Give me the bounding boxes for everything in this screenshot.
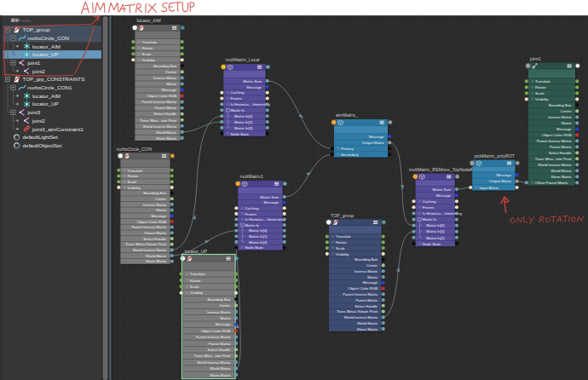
svg-text:World Matrix: World Matrix (551, 169, 572, 173)
svg-text:Xform Matrix: Xform Matrix (156, 136, 177, 141)
svg-text:World Matrix: World Matrix (146, 254, 167, 258)
svg-text:Matrix In: Matrix In (245, 223, 260, 227)
svg-text:Node State: Node State (423, 242, 441, 246)
svg-text:World Inverse Matrix: World Inverse Matrix (197, 360, 231, 365)
svg-text:Center: Center (366, 263, 378, 268)
svg-text:Translate: Translate (535, 79, 551, 83)
svg-text:Parent Matrix: Parent Matrix (355, 298, 378, 302)
svg-text:Rotate: Rotate (142, 46, 153, 50)
svg-text:Object Color RGB: Object Color RGB (542, 133, 572, 137)
svg-text:Message: Message (556, 127, 572, 131)
svg-text:Offset Parent Matrix: Offset Parent Matrix (535, 181, 568, 185)
svg-text:World Inverse Matrix: World Inverse Matrix (538, 163, 572, 167)
svg-text:Visibility: Visibility (336, 252, 349, 256)
svg-text:Matrix In[2]: Matrix In[2] (234, 120, 252, 124)
svg-text:Translate: Translate (142, 40, 158, 44)
svg-text:Center: Center (561, 109, 572, 113)
svg-text:TOP_group: TOP_group (331, 213, 354, 218)
svg-text:Matrix Sum: Matrix Sum (432, 187, 451, 192)
svg-text:Input Matrix: Input Matrix (479, 186, 499, 190)
svg-text:locator_AIM: locator_AIM (137, 18, 161, 23)
svg-text:Scale: Scale (336, 246, 345, 250)
svg-text:multMatrix1: multMatrix1 (240, 174, 263, 179)
svg-text:joint1: joint1 (27, 60, 41, 66)
svg-text:Xform Matrix: Xform Matrix (357, 327, 378, 331)
svg-text:Rotate: Rotate (128, 174, 139, 178)
svg-text:Parent Matrix: Parent Matrix (209, 342, 231, 346)
svg-text:Bounding Box: Bounding Box (143, 191, 167, 195)
svg-text:Visibility: Visibility (142, 58, 156, 62)
svg-text:Message: Message (496, 173, 511, 177)
svg-text:Parent Inverse Matrix: Parent Inverse Matrix (195, 335, 231, 339)
svg-text:Message: Message (162, 88, 177, 92)
svg-text:Message: Message (369, 135, 384, 139)
svg-text:Matrix In: Matrix In (231, 108, 245, 112)
svg-text:Frozen: Frozen (231, 96, 243, 101)
svg-text:Xform Matrix: Xform Matrix (146, 259, 167, 263)
svg-text:Parent Matrix: Parent Matrix (154, 106, 176, 110)
svg-text:Rotate: Rotate (336, 240, 347, 245)
svg-text:nurbsCircle_CON: nurbsCircle_CON (28, 35, 69, 41)
svg-text:Matrix In[0]: Matrix In[0] (426, 223, 444, 227)
svg-text:Bounding Box: Bounding Box (355, 257, 378, 262)
svg-text:joint2: joint2 (32, 118, 45, 124)
svg-text:Inverse Matrix: Inverse Matrix (153, 76, 177, 80)
svg-text:locator_UP: locator_UP (32, 51, 59, 57)
svg-text:Bounding Box: Bounding Box (549, 103, 573, 107)
svg-text:Parent Inverse Matrix: Parent Inverse Matrix (537, 139, 573, 143)
svg-text:aimMatrix_: aimMatrix_ (336, 112, 358, 118)
svg-text:joint1: joint1 (529, 56, 541, 61)
svg-text:Frozen: Frozen (423, 205, 435, 210)
svg-text:Select Handle: Select Handle (549, 151, 572, 155)
svg-text:Inverse Matrix: Inverse Matrix (355, 269, 378, 273)
svg-text:Object Color RGB: Object Color RGB (147, 94, 177, 98)
svg-text:Matrix In[0]: Matrix In[0] (249, 228, 267, 233)
svg-text:Trans Minus Rotate Pivot: Trans Minus Rotate Pivot (337, 309, 378, 314)
svg-text:Trans Minus Rotate Pivot: Trans Minus Rotate Pivot (125, 242, 167, 246)
svg-text:Rotate: Rotate (535, 85, 546, 89)
svg-text:Scale: Scale (535, 91, 545, 95)
svg-text:Scale: Scale (128, 180, 137, 184)
svg-text:Message: Message (436, 193, 452, 198)
svg-text:World Matrix: World Matrix (357, 321, 378, 325)
svg-text:Message: Message (264, 200, 280, 204)
svg-text:Object Color RGB: Object Color RGB (137, 220, 167, 224)
svg-text:pickMatrix_onlyROT: pickMatrix_onlyROT (474, 153, 515, 158)
svg-text:Caching: Caching (423, 199, 436, 204)
svg-text:multMatrix_REMove_TopNodeRot: multMatrix_REMove_TopNodeRot (409, 167, 478, 172)
svg-text:Matrix: Matrix (166, 82, 177, 86)
svg-text:Rotate: Rotate (190, 279, 201, 283)
svg-text:TOP_grp_CONSTRAINTS: TOP_grp_CONSTRAINTS (23, 76, 85, 82)
svg-text:Matrix In[1]: Matrix In[1] (426, 229, 444, 233)
svg-text:nurbsCircle_CON1: nurbsCircle_CON1 (28, 84, 72, 90)
svg-text:World Matrix: World Matrix (210, 366, 231, 371)
svg-text:Parent Matrix: Parent Matrix (550, 145, 572, 149)
svg-text:joint2: joint2 (32, 68, 45, 74)
svg-text:World Inverse Matrix: World Inverse Matrix (143, 124, 177, 129)
svg-text:locator_UP: locator_UP (32, 101, 59, 107)
svg-text:Matrix: Matrix (562, 121, 573, 125)
svg-text:Inverse Matrix: Inverse Matrix (143, 203, 167, 207)
svg-text:Xform Matrix: Xform Matrix (210, 373, 231, 377)
svg-text:Matrix In[2]: Matrix In[2] (249, 240, 267, 245)
svg-text:Select Handle: Select Handle (208, 348, 231, 352)
svg-text:Matrix Sum: Matrix Sum (243, 79, 262, 83)
svg-text:Parent Inverse Matrix: Parent Inverse Matrix (343, 292, 378, 297)
svg-text:Frozen: Frozen (245, 212, 257, 216)
svg-text:Visibility: Visibility (190, 291, 204, 295)
svg-text:Node State: Node State (245, 245, 264, 250)
svg-text:Trans Minu...tate Pivot: Trans Minu...tate Pivot (193, 354, 231, 358)
svg-text:Center: Center (219, 303, 230, 308)
svg-text:Matrix Sum: Matrix Sum (260, 195, 279, 199)
svg-text:Matrix In[3]: Matrix In[3] (234, 126, 252, 130)
svg-text:Matrix In[1]: Matrix In[1] (249, 234, 267, 239)
svg-text:Caching: Caching (245, 206, 259, 210)
svg-text:Message: Message (152, 214, 167, 218)
svg-text:Secondary: Secondary (341, 153, 359, 157)
svg-text:Matrix: Matrix (156, 208, 167, 212)
svg-text:Select Handle: Select Handle (143, 237, 166, 241)
svg-text:Parent Inverse Matrix: Parent Inverse Matrix (141, 100, 177, 104)
svg-text:Bounding Box: Bounding Box (208, 297, 232, 302)
svg-text:Caching: Caching (231, 90, 245, 95)
svg-text:Matrix In: Matrix In (423, 217, 437, 222)
